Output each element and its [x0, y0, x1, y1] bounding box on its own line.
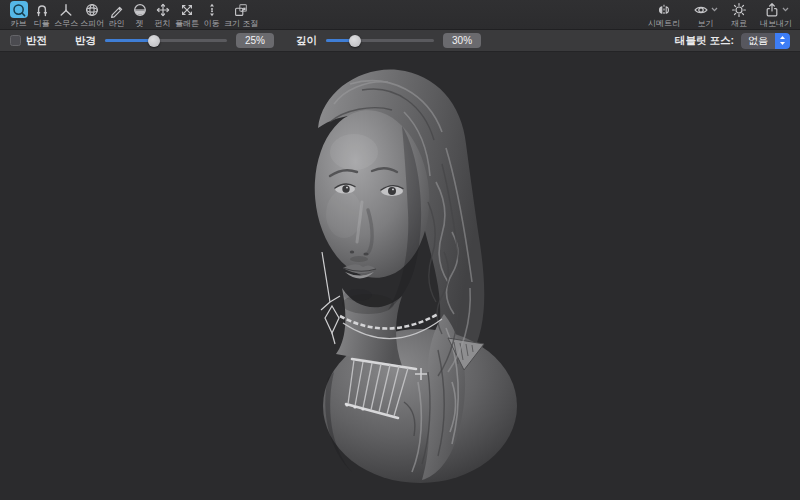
tool-resize[interactable]: 크기 조절: [224, 1, 258, 28]
magnet-icon: [33, 1, 51, 18]
caltrop-icon: [57, 1, 75, 18]
main-toolbar: 카브 디플 스무스: [0, 0, 800, 30]
chevron-down-icon: [711, 7, 718, 12]
radius-value-badge[interactable]: 25%: [236, 33, 274, 48]
radius-slider[interactable]: [105, 39, 227, 42]
tablet-force-popup[interactable]: 없음: [741, 33, 790, 49]
tablet-force-group: 태블릿 포스: 없음: [675, 33, 790, 49]
earring: [321, 252, 340, 344]
tool-group: 카브 디플 스무스: [8, 1, 260, 28]
resize-icon: [232, 1, 250, 18]
depth-slider-thumb[interactable]: [349, 35, 361, 47]
brush-options-bar: 반전 반경 25% 깊이 30% 태블릿 포스: 없음: [0, 30, 800, 52]
up-down-dots-icon: [203, 1, 221, 18]
invert-checkbox[interactable]: [10, 35, 21, 46]
sun-icon: [731, 2, 747, 18]
eye-icon: [693, 2, 718, 18]
sphere-icon: [83, 1, 101, 18]
tool-jet[interactable]: 젯: [129, 1, 150, 28]
popup-stepper-icon: [775, 33, 790, 49]
tool-label: 디플: [34, 19, 50, 28]
invert-label: 반전: [26, 34, 47, 48]
tool-carve[interactable]: 카브: [8, 1, 29, 28]
tablet-force-label: 태블릿 포스:: [675, 34, 734, 48]
tool-label: 스피어: [80, 19, 104, 28]
tool-smooth[interactable]: 스무스: [54, 1, 78, 28]
view-menu-button[interactable]: 보기: [693, 2, 718, 28]
symmetry-button[interactable]: 시메트리: [648, 2, 680, 28]
tool-label: 크기 조절: [224, 19, 258, 28]
symmetry-icon: [656, 2, 672, 18]
radius-slider-fill: [105, 39, 154, 42]
radius-slider-thumb[interactable]: [148, 35, 160, 47]
sculpt-viewport[interactable]: [0, 52, 800, 500]
depth-label: 깊이: [296, 34, 317, 48]
material-button[interactable]: 재료: [731, 2, 747, 28]
tool-sphere[interactable]: 스피어: [80, 1, 104, 28]
toolbar-right-group: 시메트리 보기 재료: [648, 2, 792, 28]
material-label: 재료: [731, 19, 747, 28]
tool-inflate[interactable]: 디플: [31, 1, 52, 28]
tool-pinch[interactable]: 펀치: [152, 1, 173, 28]
tool-move[interactable]: 이동: [201, 1, 222, 28]
tool-flatten[interactable]: 플래튼: [175, 1, 199, 28]
depth-slider[interactable]: [326, 39, 434, 42]
export-label: 내보내기: [760, 19, 792, 28]
view-label: 보기: [698, 19, 714, 28]
sculpted-bust-model: [0, 52, 800, 500]
radius-label: 반경: [75, 34, 96, 48]
tool-label: 라인: [109, 19, 125, 28]
cross-arrows-icon: [178, 1, 196, 18]
pencil-icon: [108, 1, 126, 18]
half-sphere-icon: [131, 1, 149, 18]
tool-label: 펀치: [155, 19, 171, 28]
export-menu-button[interactable]: 내보내기: [760, 2, 792, 28]
symmetry-label: 시메트리: [648, 19, 680, 28]
tool-label: 플래튼: [175, 19, 199, 28]
carve-icon: [10, 1, 28, 18]
tool-line[interactable]: 라인: [106, 1, 127, 28]
share-icon: [764, 2, 789, 18]
tablet-force-value: 없음: [741, 33, 775, 49]
tool-label: 이동: [204, 19, 220, 28]
tool-label: 카브: [11, 19, 27, 28]
depth-value-badge[interactable]: 30%: [443, 33, 481, 48]
tool-label: 스무스: [54, 19, 78, 28]
four-arrows-icon: [154, 1, 172, 18]
chevron-down-icon: [782, 7, 789, 12]
tool-label: 젯: [136, 19, 144, 28]
